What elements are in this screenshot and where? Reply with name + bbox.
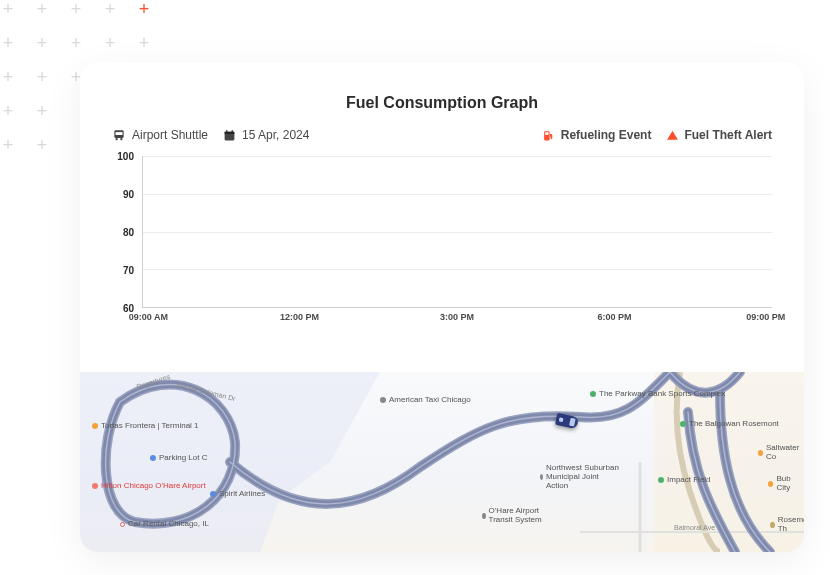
- x-tick: 6:00 PM: [597, 312, 631, 322]
- bus-icon: [112, 128, 126, 142]
- poi-suburban[interactable]: Northwest Suburban Municipal Joint Actio…: [540, 464, 620, 490]
- poi-parking[interactable]: Parking Lot C: [150, 454, 207, 463]
- date-label: 15 Apr, 2024: [242, 128, 309, 142]
- svg-rect-7: [231, 130, 232, 133]
- map-view[interactable]: Tortas Frontera | Terminal 1 Parking Lot…: [80, 372, 804, 552]
- poi-tortas[interactable]: Tortas Frontera | Terminal 1: [92, 422, 199, 431]
- x-tick: 09:00 PM: [746, 312, 785, 322]
- legend-refueling-label: Refueling Event: [561, 128, 652, 142]
- chart-title: Fuel Consumption Graph: [96, 82, 788, 128]
- poi-taxi[interactable]: American Taxi Chicago: [380, 396, 471, 405]
- y-tick: 70: [123, 265, 134, 276]
- chart-meta-row: Airport Shuttle 15 Apr, 2024 Refueling E…: [96, 128, 788, 156]
- poi-saltwater[interactable]: Saltwater Co: [758, 444, 804, 462]
- fuel-pump-icon: [542, 128, 556, 142]
- legend-theft: Fuel Theft Alert: [665, 128, 772, 142]
- legend-theft-label: Fuel Theft Alert: [684, 128, 772, 142]
- poi-balgowan[interactable]: The Balgowan Rosemont: [680, 420, 779, 429]
- chart-area: 100 90 80 70 60 09:00 AM 12:00 PM 3:00 P…: [106, 156, 772, 326]
- dashboard-card: Fuel Consumption Graph Airport Shuttle 1…: [80, 62, 804, 552]
- svg-rect-5: [224, 131, 234, 133]
- poi-transit[interactable]: O'Hare Airport Transit System: [482, 507, 552, 525]
- vehicle-label: Airport Shuttle: [132, 128, 208, 142]
- poi-car-rental[interactable]: Car Rental Chicago, IL: [120, 520, 209, 529]
- poi-impact[interactable]: Impact Field: [658, 476, 711, 485]
- chart-x-axis: 09:00 AM 12:00 PM 3:00 PM 6:00 PM 09:00 …: [142, 310, 772, 326]
- y-tick: 80: [123, 227, 134, 238]
- svg-rect-9: [546, 132, 549, 135]
- x-tick: 09:00 AM: [129, 312, 168, 322]
- warning-triangle-icon: [665, 128, 679, 142]
- vehicle-marker[interactable]: [555, 413, 579, 429]
- y-tick: 90: [123, 189, 134, 200]
- vehicle-meta: Airport Shuttle: [112, 128, 208, 142]
- svg-rect-6: [226, 130, 227, 133]
- street-label: Balmoral Ave: [674, 524, 715, 531]
- x-tick: 12:00 PM: [280, 312, 319, 322]
- y-tick: 100: [117, 151, 134, 162]
- poi-spirit[interactable]: Spirit Airlines: [210, 490, 265, 499]
- chart-legend: Refueling Event Fuel Theft Alert: [542, 128, 772, 142]
- svg-point-3: [120, 138, 122, 140]
- chart-plot[interactable]: [142, 156, 772, 308]
- svg-rect-1: [116, 132, 123, 135]
- date-meta: 15 Apr, 2024: [222, 128, 309, 142]
- legend-refueling: Refueling Event: [542, 128, 652, 142]
- poi-bub[interactable]: Bub City: [768, 475, 804, 493]
- calendar-icon: [222, 128, 236, 142]
- chart-y-axis: 100 90 80 70 60: [106, 156, 134, 308]
- poi-parkway[interactable]: The Parkway Bank Sports Complex: [590, 390, 725, 399]
- poi-hilton[interactable]: Hilton Chicago O'Hare Airport: [92, 482, 206, 491]
- poi-rosemont[interactable]: Rosemont Th: [770, 516, 804, 534]
- chart-panel: Fuel Consumption Graph Airport Shuttle 1…: [96, 82, 788, 326]
- x-tick: 3:00 PM: [440, 312, 474, 322]
- svg-point-2: [116, 138, 118, 140]
